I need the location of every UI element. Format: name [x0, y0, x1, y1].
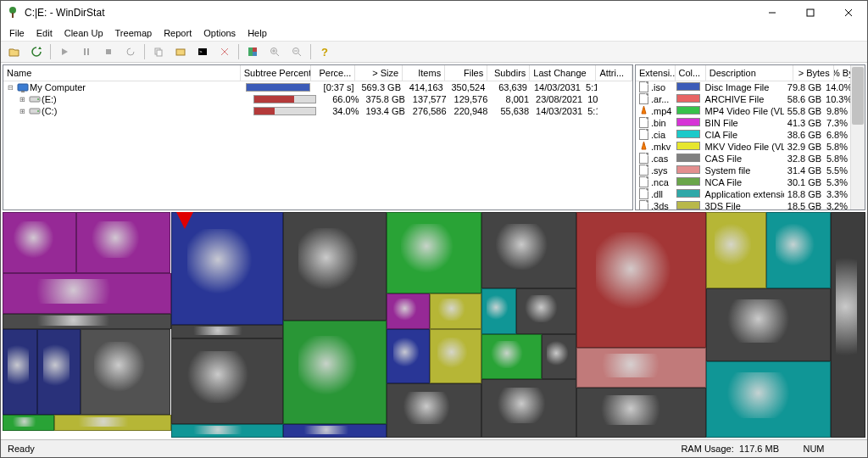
tree-col[interactable]: Subtree Percent...: [241, 65, 312, 81]
menu-options[interactable]: Options: [198, 27, 241, 39]
treemap-block[interactable]: [387, 212, 481, 293]
treemap-block[interactable]: [283, 321, 387, 424]
treemap-block[interactable]: [171, 325, 283, 338]
treemap-block[interactable]: [171, 338, 283, 424]
extension-list[interactable]: Extensi...Col...Description> Bytes% By..…: [635, 64, 865, 210]
tree-row[interactable]: ⊞(E:)66.0%375.8 GB137,577129,5768,00123/…: [3, 93, 632, 105]
treemap-block[interactable]: [706, 288, 832, 360]
treemap-block[interactable]: [516, 288, 576, 333]
refresh-icon[interactable]: [26, 42, 47, 61]
menu-edit[interactable]: Edit: [31, 27, 58, 39]
stop-icon[interactable]: [98, 42, 119, 61]
treemap-toggle-icon[interactable]: [242, 42, 263, 61]
console-icon[interactable]: >: [192, 42, 213, 61]
treemap-block[interactable]: [171, 424, 283, 438]
treemap-block[interactable]: [542, 334, 576, 379]
ext-row[interactable]: .3ds3DS File18.5 GB3.2%: [636, 200, 851, 209]
ext-row[interactable]: .mkvMKV Video File (VLC)32.9 GB5.8%: [636, 141, 851, 153]
treemap-block[interactable]: [81, 329, 171, 415]
ext-col[interactable]: > Bytes: [793, 65, 834, 81]
treemap-block[interactable]: [387, 383, 481, 438]
delete-icon[interactable]: [214, 42, 235, 61]
treemap-block[interactable]: [387, 329, 430, 383]
color-swatch: [676, 82, 700, 91]
treemap-block[interactable]: [54, 415, 170, 431]
file-icon: [639, 81, 648, 94]
treemap-block[interactable]: [283, 424, 387, 438]
treemap-block[interactable]: [283, 212, 387, 321]
treemap-block[interactable]: [3, 314, 171, 330]
treemap-block[interactable]: [37, 329, 81, 415]
close-button[interactable]: [829, 1, 867, 25]
pause-icon[interactable]: [76, 42, 97, 61]
tree-col[interactable]: Perce...: [311, 65, 355, 81]
ext-row[interactable]: .mp4MP4 Video File (VLC)55.8 GB9.8%: [636, 105, 851, 117]
ext-row[interactable]: .binBIN File41.3 GB7.3%: [636, 117, 851, 129]
tree-col[interactable]: Attri...: [596, 65, 632, 81]
ext-row[interactable]: .ar...ARCHIVE File58.6 GB10.3%: [636, 93, 851, 105]
treemap-block[interactable]: [76, 212, 171, 273]
treemap-block[interactable]: [706, 361, 832, 438]
zoom-out-icon[interactable]: [287, 42, 307, 61]
ext-row[interactable]: .casCAS File32.8 GB5.8%: [636, 153, 851, 165]
ext-row[interactable]: .dllApplication extension18.8 GB3.3%: [636, 188, 851, 200]
tree-col[interactable]: Name: [3, 65, 241, 81]
treemap-block[interactable]: [3, 329, 37, 415]
treemap-block[interactable]: [387, 293, 430, 330]
ext-row[interactable]: .sysSystem file31.4 GB5.5%: [636, 165, 851, 176]
ext-col[interactable]: Col...: [676, 65, 706, 81]
menu-treemap[interactable]: Treemap: [110, 27, 158, 39]
ext-row[interactable]: .ncaNCA File30.1 GB5.3%: [636, 176, 851, 188]
scrollbar[interactable]: [850, 65, 865, 209]
treemap-block[interactable]: [831, 212, 865, 438]
menu-file[interactable]: File: [4, 27, 30, 39]
menu-report[interactable]: Report: [159, 27, 197, 39]
treemap-block[interactable]: [430, 293, 481, 330]
file-icon: [639, 176, 648, 189]
minimize-button[interactable]: [753, 1, 791, 25]
ext-row[interactable]: .isoDisc Image File79.8 GB14.0%: [636, 81, 851, 93]
tree-col[interactable]: Items: [403, 65, 445, 81]
window-title: C:|E: - WinDirStat: [25, 7, 753, 19]
treemap-block[interactable]: [430, 329, 481, 383]
zoom-in-icon[interactable]: [264, 42, 285, 61]
treemap-block[interactable]: [706, 212, 766, 288]
treemap-block[interactable]: [481, 379, 576, 438]
treemap-block[interactable]: [576, 388, 706, 438]
play-icon[interactable]: [54, 42, 75, 61]
treemap-view[interactable]: [3, 212, 865, 438]
open-icon[interactable]: [4, 42, 25, 61]
ext-col[interactable]: Description: [706, 65, 793, 81]
treemap-block[interactable]: [3, 212, 76, 273]
collapse-icon[interactable]: ⊟: [7, 84, 14, 92]
directory-tree[interactable]: NameSubtree Percent...Perce...> SizeItem…: [3, 64, 633, 210]
treemap-block[interactable]: [481, 212, 576, 288]
expand-icon[interactable]: ⊞: [19, 108, 26, 115]
treemap-block[interactable]: [576, 348, 706, 388]
treemap-block[interactable]: [481, 288, 516, 333]
treemap-block[interactable]: [171, 212, 283, 325]
color-swatch: [676, 177, 700, 186]
tree-col[interactable]: > Size: [355, 65, 403, 81]
tree-row[interactable]: ⊞(C:)34.0%193.4 GB276,586220,94855,63814…: [3, 105, 632, 117]
maximize-button[interactable]: [791, 1, 829, 25]
treemap-block[interactable]: [3, 415, 54, 431]
menu-help[interactable]: Help: [242, 27, 272, 39]
treemap-block[interactable]: [766, 212, 831, 288]
explorer-icon[interactable]: [170, 42, 191, 61]
treemap-block[interactable]: [3, 273, 171, 314]
treemap-block[interactable]: [481, 334, 542, 379]
tree-col[interactable]: Last Change: [530, 65, 596, 81]
treemap-block[interactable]: [576, 212, 706, 348]
tree-row[interactable]: ⊟My Computer[0:37 s]569.3 GB414,163350,5…: [3, 81, 632, 93]
tree-col[interactable]: Files: [445, 65, 487, 81]
expand-icon[interactable]: ⊞: [19, 96, 26, 103]
tree-col[interactable]: Subdirs: [487, 65, 530, 81]
ext-row[interactable]: .ciaCIA File38.6 GB6.8%: [636, 129, 851, 141]
copy-icon[interactable]: [148, 42, 169, 61]
refresh2-icon[interactable]: [120, 42, 141, 61]
help-icon[interactable]: ?: [314, 42, 335, 61]
ext-col[interactable]: Extensi...: [636, 65, 676, 81]
svg-point-0: [9, 7, 16, 14]
menu-clean-up[interactable]: Clean Up: [59, 27, 108, 39]
